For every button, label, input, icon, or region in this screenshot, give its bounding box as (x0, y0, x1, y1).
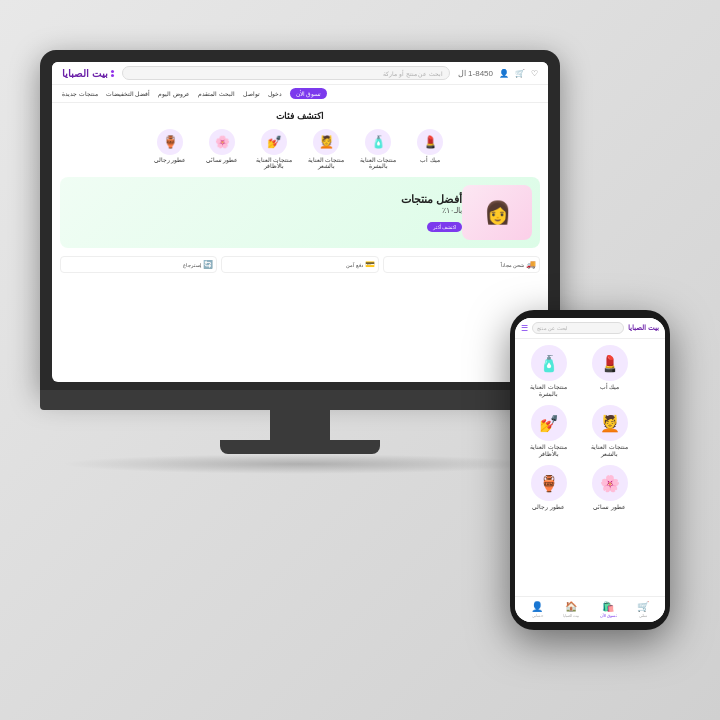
logo-dot-2 (111, 74, 114, 77)
skincare-icon: 🧴 (365, 129, 391, 155)
phone-account-icon: 👤 (531, 601, 543, 612)
return-icon: 🔄 (203, 260, 213, 269)
user-icon[interactable]: 👤 (499, 69, 509, 78)
monitor-shadow (60, 454, 540, 474)
phone-bottom-nav: 👤 حسابي 🏠 بيت الصبايا 🛍️ تسوق الآن 🛒 سلت… (515, 596, 665, 622)
phone-categories: 💄 ميك أب 🧴 منتجات العناية بالبشرة 💆 منتج… (515, 339, 665, 596)
category-item-perfume-male[interactable]: 🏺 عطور رجالي (148, 129, 192, 169)
header-icons: ♡ 🛒 👤 1-8450 ال (458, 69, 538, 78)
phone-perfume-female-label: عطور نسائي (593, 503, 626, 510)
phone-menu-icon[interactable]: ☰ (521, 324, 528, 333)
phone-cart-label: سلتي (639, 613, 647, 618)
phone-nav-cart[interactable]: 🛒 سلتي (637, 601, 649, 618)
shipping-icon: 🚚 (526, 260, 536, 269)
nav-item-2[interactable]: تواصل (243, 90, 260, 97)
makeup-label: ميك أب (420, 157, 440, 163)
feature-return: 🔄 إسترجاع (60, 256, 217, 273)
search-placeholder: ابحث عن منتج أو ماركة (383, 70, 443, 77)
phone-cat-row-3: 🌸 عطور نسائي 🏺 عطور رجالي (521, 465, 659, 510)
phone-text: 1-8450 ال (458, 69, 493, 78)
phone-perfume-male-icon: 🏺 (531, 465, 567, 501)
phone-shop-label: تسوق الآن (600, 613, 617, 618)
phone-nav-home[interactable]: 🏠 بيت الصبايا (563, 601, 579, 618)
phone-haircare-label: منتجات العناية بالشعر (582, 443, 637, 457)
monitor-screen: ♡ 🛒 👤 1-8450 ال ابحث عن منتج أو ماركة (52, 62, 548, 382)
phone-cat-perfume-female[interactable]: 🌸 عطور نسائي (582, 465, 637, 510)
phone-nav-shop[interactable]: 🛍️ تسوق الآن (600, 601, 617, 618)
payment-text: دفع آمن (346, 262, 362, 268)
phone-nav-account[interactable]: 👤 حسابي (531, 601, 543, 618)
heart-icon[interactable]: ♡ (531, 69, 538, 78)
promo-image: 👩 (462, 185, 532, 240)
makeup-icon: 💄 (417, 129, 443, 155)
phone-cat-makeup[interactable]: 💄 ميك أب (582, 345, 637, 397)
site-header: ♡ 🛒 👤 1-8450 ال ابحث عن منتج أو ماركة (52, 62, 548, 85)
category-item-makeup[interactable]: 💄 ميك أب (408, 129, 452, 169)
perfume-female-icon: 🌸 (209, 129, 235, 155)
monitor-stand-base (220, 440, 380, 454)
cart-icon[interactable]: 🛒 (515, 69, 525, 78)
phone-logo-text: بيت الصبايا (628, 324, 659, 332)
nav-item-3[interactable]: البحث المتقدم (198, 90, 235, 97)
phone-screen: ☰ ابحث عن منتج بيت الصبايا 💄 ميك أب 🧴 من… (515, 318, 665, 622)
monitor-stand-top (40, 390, 560, 410)
monitor-bezel: ♡ 🛒 👤 1-8450 ال ابحث عن منتج أو ماركة (40, 50, 560, 390)
features-bar: 🚚 شحن مجاناً 💳 دفع آمن 🔄 إسترجاع (52, 252, 548, 277)
phone-cat-haircare[interactable]: 💆 منتجات العناية بالشعر (582, 405, 637, 457)
phone-nailcare-label: منتجات العناية بالأظافر (521, 443, 576, 457)
haircare-icon: 💆 (313, 129, 339, 155)
promo-title: أفضل منتجات (68, 193, 462, 206)
phone-cat-row-2: 💆 منتجات العناية بالشعر 💅 منتجات العناية… (521, 405, 659, 457)
phone-cat-row-1: 💄 ميك أب 🧴 منتجات العناية بالبشرة (521, 345, 659, 397)
phone-skincare-icon: 🧴 (531, 345, 567, 381)
site-nav: تسوق الأن دخول تواصل البحث المتقدم عروض … (52, 85, 548, 103)
nailcare-icon: 💅 (261, 129, 287, 155)
scene: ♡ 🛒 👤 1-8450 ال ابحث عن منتج أو ماركة (20, 30, 700, 690)
return-text: إسترجاع (183, 262, 201, 268)
feature-payment: 💳 دفع آمن (221, 256, 378, 273)
phone-account-label: حسابي (532, 613, 543, 618)
phone-makeup-label: ميك أب (600, 383, 620, 390)
search-bar[interactable]: ابحث عن منتج أو ماركة (122, 66, 450, 80)
nav-cta-button[interactable]: تسوق الأن (290, 88, 328, 99)
phone-search-placeholder: ابحث عن منتج (537, 325, 567, 331)
nav-item-4[interactable]: عروض اليوم (158, 90, 190, 97)
categories-section: اكتشف فئات 💄 ميك أب 🧴 منتجات العناية بال… (52, 103, 548, 177)
nav-item-6[interactable]: منتجات جديدة (62, 90, 98, 97)
category-item-perfume-female[interactable]: 🌸 عطور نسائي (200, 129, 244, 169)
phone-skincare-label: منتجات العناية بالبشرة (521, 383, 576, 397)
logo-dots (111, 70, 114, 77)
phone-search-bar[interactable]: ابحث عن منتج (532, 322, 624, 334)
phone-haircare-icon: 💆 (592, 405, 628, 441)
phone-cat-skincare[interactable]: 🧴 منتجات العناية بالبشرة (521, 345, 576, 397)
category-item-haircare[interactable]: 💆 منتجات العناية بالشعر (304, 129, 348, 169)
phone-cat-nailcare[interactable]: 💅 منتجات العناية بالأظافر (521, 405, 576, 457)
promo-cta-button[interactable]: اكتشف أكثر (427, 222, 462, 232)
phone-perfume-male-label: عطور رجالي (532, 503, 565, 510)
category-item-nailcare[interactable]: 💅 منتجات العناية بالأظافر (252, 129, 296, 169)
phone-home-icon: 🏠 (565, 601, 577, 612)
promo-banner: 👩 أفضل منتجات بالـ١٠٪ اكتشف أكثر (60, 177, 540, 248)
category-item-skincare[interactable]: 🧴 منتجات العناية بالبشرة (356, 129, 400, 169)
skincare-label: منتجات العناية بالبشرة (356, 157, 400, 169)
mobile-phone: ☰ ابحث عن منتج بيت الصبايا 💄 ميك أب 🧴 من… (510, 310, 670, 630)
website-content: ♡ 🛒 👤 1-8450 ال ابحث عن منتج أو ماركة (52, 62, 548, 382)
haircare-label: منتجات العناية بالشعر (304, 157, 348, 169)
promo-subtitle: بالـ١٠٪ (68, 206, 462, 215)
perfume-male-icon: 🏺 (157, 129, 183, 155)
payment-icon: 💳 (365, 260, 375, 269)
phone-cat-perfume-male[interactable]: 🏺 عطور رجالي (521, 465, 576, 510)
monitor-stand-neck (270, 410, 330, 440)
phone-nailcare-icon: 💅 (531, 405, 567, 441)
nav-item-5[interactable]: أفضل التخفيضات (106, 90, 151, 97)
categories-grid: 💄 ميك أب 🧴 منتجات العناية بالبشرة 💆 منتج… (62, 129, 538, 169)
phone-shop-icon: 🛍️ (602, 601, 614, 612)
nav-item-1[interactable]: دخول (268, 90, 282, 97)
phone-cart-icon: 🛒 (637, 601, 649, 612)
promo-text: أفضل منتجات بالـ١٠٪ اكتشف أكثر (68, 193, 462, 233)
phone-makeup-icon: 💄 (592, 345, 628, 381)
phone-perfume-female-icon: 🌸 (592, 465, 628, 501)
perfume-female-label: عطور نسائي (206, 157, 239, 163)
phone-header: ☰ ابحث عن منتج بيت الصبايا (515, 318, 665, 339)
nailcare-label: منتجات العناية بالأظافر (252, 157, 296, 169)
